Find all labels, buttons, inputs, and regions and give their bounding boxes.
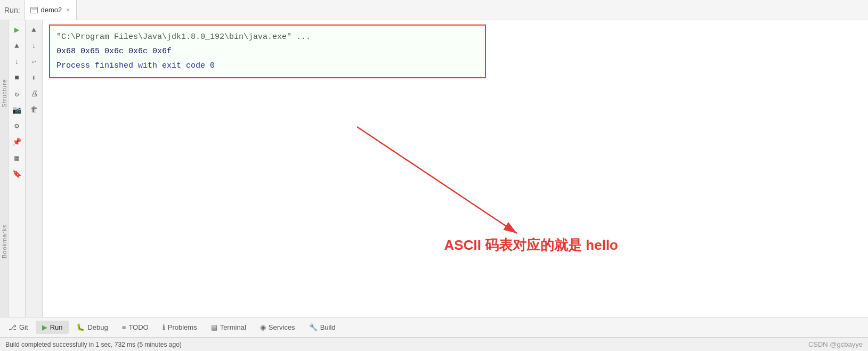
tab-services[interactable]: ◉ Services: [254, 321, 302, 334]
tab-todo-label: TODO: [128, 323, 148, 331]
tab-build[interactable]: 🔧 Build: [303, 321, 342, 334]
settings-icon[interactable]: ⚙: [10, 118, 25, 133]
tab-debug-label: Debug: [87, 323, 108, 331]
tab-problems-label: Problems: [168, 323, 197, 331]
run-tab-icon: ▶: [42, 323, 47, 331]
tab-close-button[interactable]: ×: [65, 5, 71, 15]
left-edge-labels: Structure Bookmarks: [0, 20, 9, 317]
bookmarks-label: Bookmarks: [1, 224, 7, 258]
tab-run-label: Run: [50, 323, 63, 331]
left-sidebar: ▶ ▲ ↓ ■ ↻ 📷 ⚙ 📌 ▦ 🔖: [9, 20, 26, 317]
terminal-icon: ▤: [211, 323, 217, 331]
scroll-up-icon[interactable]: ▲: [27, 22, 42, 37]
header-bar: Run: demo2 ×: [0, 0, 868, 20]
trash-icon[interactable]: 🗑: [27, 102, 42, 117]
annotation-text: ASCII 码表对应的就是 hello: [444, 236, 618, 255]
down-icon[interactable]: ↓: [10, 54, 25, 69]
debug-icon: 🐛: [76, 323, 85, 331]
bottom-tab-bar: ⎇ Git ▶ Run 🐛 Debug ≡ TODO ℹ Problems ▤ …: [0, 317, 868, 337]
scroll-down-icon[interactable]: ↓: [27, 38, 42, 53]
tab-todo[interactable]: ≡ TODO: [116, 321, 155, 334]
todo-icon: ≡: [122, 323, 126, 331]
output-line-1: "C:\Program Files\Java\jdk1.8.0_192\bin\…: [56, 30, 478, 44]
secondary-sidebar: ▲ ↓ ↩ ⬇ 🖨 🗑: [26, 20, 43, 317]
export-icon[interactable]: ⬇: [27, 70, 42, 85]
run-label: Run:: [4, 6, 20, 14]
run-icon[interactable]: ▶: [10, 22, 25, 37]
stop-icon[interactable]: ■: [10, 70, 25, 85]
tab-build-label: Build: [320, 323, 336, 331]
bookmark-icon[interactable]: 🔖: [10, 166, 25, 181]
tab-terminal[interactable]: ▤ Terminal: [205, 321, 253, 334]
rerun-icon[interactable]: ↻: [10, 86, 25, 101]
tab-git-label: Git: [19, 323, 28, 331]
console-area: "C:\Program Files\Java\jdk1.8.0_192\bin\…: [43, 20, 868, 317]
output-line-3: Process finished with exit code 0: [56, 59, 478, 73]
up-icon[interactable]: ▲: [10, 38, 25, 53]
tab-terminal-label: Terminal: [220, 323, 246, 331]
demo2-tab[interactable]: demo2 ×: [25, 0, 77, 20]
status-bar: Build completed successfully in 1 sec, 7…: [0, 337, 868, 351]
tab-services-label: Services: [269, 323, 295, 331]
tab-git[interactable]: ⎇ Git: [2, 321, 35, 334]
status-text: Build completed successfully in 1 sec, 7…: [5, 341, 182, 348]
watermark: CSDN @gcbayye: [808, 340, 863, 348]
tab-doc-icon: [30, 7, 38, 13]
output-box: "C:\Program Files\Java\jdk1.8.0_192\bin\…: [49, 25, 486, 78]
tab-run[interactable]: ▶ Run: [36, 321, 69, 334]
git-icon: ⎇: [9, 323, 17, 331]
services-icon: ◉: [260, 323, 266, 331]
structure-label: Structure: [1, 79, 7, 108]
tab-problems[interactable]: ℹ Problems: [156, 321, 204, 334]
tab-debug[interactable]: 🐛 Debug: [70, 321, 114, 334]
camera-icon[interactable]: 📷: [10, 102, 25, 117]
print-icon[interactable]: 🖨: [27, 86, 42, 101]
annotation-area: ASCII 码表对应的就是 hello: [256, 116, 629, 276]
problems-icon: ℹ: [163, 323, 165, 331]
layout-icon[interactable]: ▦: [10, 150, 25, 165]
tab-name: demo2: [41, 6, 62, 14]
svg-line-1: [357, 127, 517, 233]
output-line-2: 0x68 0x65 0x6c 0x6c 0x6f: [56, 44, 478, 59]
main-content: Structure Bookmarks ▶ ▲ ↓ ■ ↻ 📷 ⚙ 📌 ▦ 🔖 …: [0, 20, 868, 317]
pin-icon[interactable]: 📌: [10, 134, 25, 149]
build-icon: 🔧: [309, 323, 318, 331]
wrap-icon[interactable]: ↩: [27, 54, 42, 69]
